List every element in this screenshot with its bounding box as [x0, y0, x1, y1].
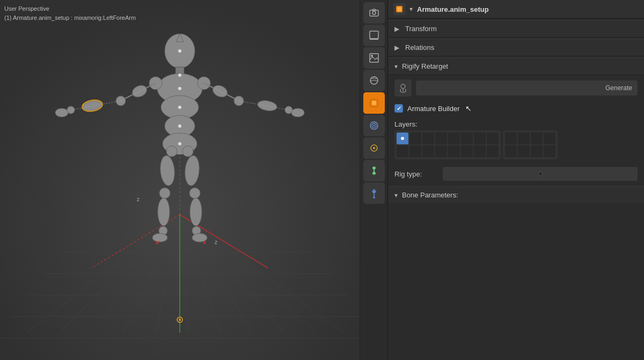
- tool-constraint[interactable]: [363, 137, 385, 159]
- section-transform[interactable]: ▶ Transform: [388, 20, 644, 38]
- svg-text:x: x: [203, 239, 207, 245]
- tool-image[interactable]: [363, 47, 385, 69]
- rig-dot: [538, 172, 543, 176]
- svg-rect-88: [397, 7, 401, 11]
- layer-side-cell-1-0[interactable]: [505, 145, 517, 157]
- svg-point-83: [373, 147, 375, 149]
- svg-point-57: [178, 106, 181, 109]
- svg-point-48: [166, 146, 177, 157]
- armature-builder-label: Armature Builder: [407, 105, 460, 113]
- armature-builder-checkbox[interactable]: ✓: [394, 104, 403, 113]
- layer-side-cell-0-2[interactable]: [531, 133, 543, 144]
- layers-label: Layers:: [388, 116, 644, 130]
- layer-cell-0-2[interactable]: [422, 133, 434, 144]
- svg-point-86: [373, 196, 375, 199]
- layers-main-group: [394, 130, 501, 159]
- generate-icon-box: [394, 79, 412, 97]
- relations-arrow: ▶: [394, 44, 401, 52]
- svg-text:x: x: [156, 239, 159, 245]
- relations-label: Relations: [405, 43, 434, 52]
- layer-cell-1-7[interactable]: [487, 145, 499, 157]
- layer-cell-1-6[interactable]: [474, 145, 486, 157]
- layer-side-cell-1-2[interactable]: [531, 145, 543, 157]
- tool-bone-data[interactable]: [363, 160, 385, 181]
- svg-rect-79: [372, 101, 376, 105]
- layer-side-cell-0-1[interactable]: [518, 133, 530, 144]
- svg-point-51: [158, 198, 170, 226]
- rig-type-value[interactable]: [443, 167, 638, 181]
- layer-cell-0-7[interactable]: [487, 133, 499, 144]
- layer-cell-0-6[interactable]: [474, 133, 486, 144]
- svg-point-45: [190, 198, 202, 226]
- tool-modifier[interactable]: [363, 115, 385, 136]
- rigify-label: Rigify Retarget: [402, 62, 448, 70]
- layers-grid-container: [388, 130, 644, 164]
- tool-camera[interactable]: [363, 2, 385, 24]
- tool-material[interactable]: [363, 70, 385, 91]
- viewport-3d[interactable]: x x z z User Perspective (1) Armature.an…: [0, 0, 360, 360]
- svg-point-53: [152, 233, 167, 242]
- tool-render[interactable]: [363, 25, 385, 46]
- layer-cell-0-0[interactable]: [397, 133, 408, 144]
- layer-cell-0-1[interactable]: [409, 133, 421, 144]
- section-relations[interactable]: ▶ Relations: [388, 39, 644, 56]
- bone-params-label: Bone Parameters:: [402, 191, 458, 199]
- rig-type-label: Rig type:: [394, 170, 437, 178]
- svg-point-76: [371, 55, 373, 57]
- layer-cell-1-0[interactable]: [397, 145, 408, 157]
- svg-point-89: [401, 84, 405, 89]
- layer-cell-1-1[interactable]: [409, 145, 421, 157]
- svg-point-59: [178, 142, 181, 145]
- svg-point-41: [55, 108, 68, 117]
- layer-cell-1-3[interactable]: [435, 145, 447, 157]
- layer-cell-1-5[interactable]: [461, 145, 473, 157]
- layer-cell-0-4[interactable]: [448, 133, 460, 144]
- svg-point-58: [178, 124, 181, 128]
- svg-point-54: [178, 49, 181, 53]
- layer-cell-0-3[interactable]: [435, 133, 447, 144]
- properties-header-title: Armature.anim_setup: [417, 5, 639, 13]
- svg-point-55: [178, 74, 181, 77]
- rigify-retarget-section: ▾ Rigify Retarget Generate ✓ Armature Bu…: [388, 57, 644, 208]
- svg-text:z: z: [137, 196, 140, 202]
- armature-builder-row: ✓ Armature Builder ↖: [388, 101, 644, 116]
- bone-parameters-section[interactable]: ▾ Bone Parameters:: [388, 186, 644, 203]
- svg-point-56: [178, 87, 181, 90]
- layer-cell-1-2[interactable]: [422, 145, 434, 157]
- rig-type-row: Rig type:: [388, 164, 644, 184]
- svg-point-66: [179, 319, 181, 321]
- layer-side-cell-1-1[interactable]: [518, 145, 530, 157]
- tool-object-properties[interactable]: [363, 92, 385, 114]
- rigify-arrow: ▾: [394, 63, 398, 70]
- properties-header-dropdown[interactable]: ▾: [409, 5, 413, 13]
- svg-point-42: [182, 146, 193, 157]
- svg-point-44: [189, 188, 200, 199]
- toolbar-strip: [360, 0, 387, 360]
- layers-side-group: [503, 130, 558, 159]
- svg-rect-74: [370, 31, 378, 39]
- tool-armature[interactable]: [363, 182, 385, 204]
- svg-point-82: [373, 125, 375, 127]
- layer-side-cell-1-3[interactable]: [544, 145, 555, 157]
- svg-point-50: [159, 188, 170, 199]
- transform-label: Transform: [405, 25, 437, 33]
- properties-panel: ▾ Armature.anim_setup ▶ Transform ▶ Rela…: [387, 0, 644, 360]
- checkbox-checkmark: ✓: [397, 105, 401, 112]
- cursor-indicator: ↖: [465, 104, 472, 113]
- svg-point-72: [372, 11, 376, 14]
- generate-button[interactable]: Generate: [416, 80, 638, 95]
- rigify-retarget-header[interactable]: ▾ Rigify Retarget: [388, 57, 644, 75]
- svg-text:z: z: [215, 239, 217, 245]
- properties-header: ▾ Armature.anim_setup: [388, 0, 644, 19]
- bone-params-arrow: ▾: [394, 192, 398, 199]
- generate-row: Generate: [388, 75, 644, 101]
- layer-side-cell-0-3[interactable]: [544, 133, 555, 144]
- layer-dot: [401, 137, 404, 140]
- svg-point-34: [291, 108, 304, 117]
- layer-cell-1-4[interactable]: [448, 145, 460, 157]
- layer-cell-0-5[interactable]: [461, 133, 473, 144]
- layer-side-cell-0-0[interactable]: [505, 133, 517, 144]
- properties-header-icon: [393, 3, 405, 15]
- transform-arrow: ▶: [394, 25, 401, 33]
